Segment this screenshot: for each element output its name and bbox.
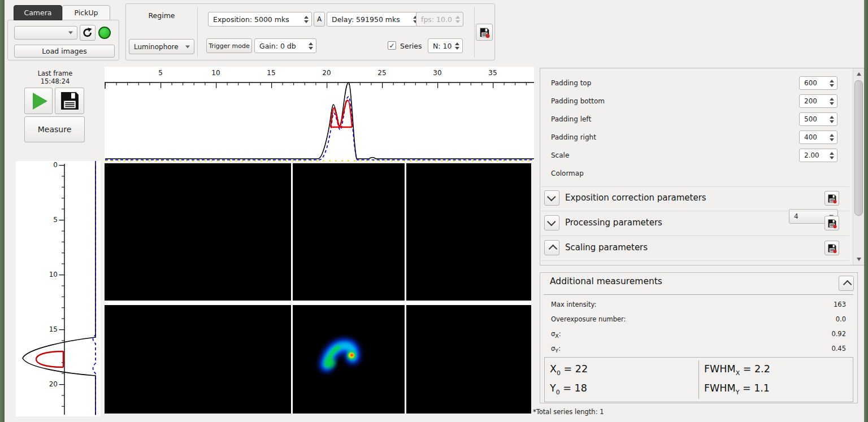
window-edge-right: [864, 0, 868, 422]
gain-spinbox[interactable]: Gain: 0 db: [254, 38, 316, 53]
padding-left-spinbox[interactable]: 500: [799, 112, 837, 126]
y-profile-curves: [16, 161, 101, 416]
sigma-colon: :: [559, 330, 561, 338]
results-divider: [698, 360, 699, 399]
spin-up-icon[interactable]: [304, 16, 309, 19]
x-tick-label: 20: [322, 69, 331, 77]
spin-down-icon[interactable]: [309, 47, 313, 50]
scrollbar-up-button[interactable]: [853, 69, 864, 79]
image-panel-r2c3: [406, 305, 531, 414]
save-icon: [827, 243, 837, 253]
save-processing-button[interactable]: [824, 216, 839, 230]
auto-exposition-button[interactable]: A: [314, 12, 325, 27]
save-exposition-correction-button[interactable]: [824, 191, 839, 206]
series-count-value: N: 10: [428, 42, 452, 50]
spin-down-icon[interactable]: [830, 102, 834, 105]
spin-up-icon[interactable]: [830, 80, 834, 82]
param-label-colormap: Colormap: [551, 169, 584, 177]
save-icon: [827, 194, 837, 203]
exposition-value: Exposition: 5000 mks: [209, 15, 289, 24]
series-label: Series: [400, 42, 422, 50]
max-intensity-label: Max intensity:: [551, 301, 596, 308]
fwhm-x-result: FWHMX = 2.2: [704, 363, 770, 375]
play-button[interactable]: [24, 88, 53, 114]
tab-pickup[interactable]: PickUp: [62, 5, 110, 20]
tab-camera-label: Camera: [24, 8, 51, 17]
sigma-y-value: 0.45: [831, 345, 846, 353]
x0-result: X0 = 22: [550, 363, 588, 375]
save-icon: [59, 90, 80, 111]
expand-exposition-correction-button[interactable]: [544, 190, 559, 206]
series-checkbox[interactable]: ✓: [388, 41, 396, 50]
tab-camera[interactable]: Camera: [14, 5, 62, 20]
title-separator: [544, 294, 853, 295]
spin-up-icon[interactable]: [309, 42, 313, 45]
collapse-scaling-button[interactable]: [544, 240, 559, 255]
padding-bottom-value: 200: [800, 97, 817, 105]
fps-spinbox: fps: 10.0: [416, 12, 463, 27]
fwhm-y-value: = 1.1: [739, 382, 770, 394]
chevron-down-icon: [185, 45, 190, 48]
spin-down-icon[interactable]: [830, 120, 834, 123]
section-separator: [541, 186, 849, 187]
overexposure-value: 0.0: [836, 315, 846, 323]
x-tick-label: 30: [433, 69, 441, 77]
spin-down-icon[interactable]: [304, 20, 309, 23]
scrollbar-thumb[interactable]: [854, 80, 863, 216]
save-scaling-button[interactable]: [824, 241, 839, 255]
fwhm-x-value: = 2.2: [740, 363, 770, 375]
play-icon: [33, 93, 47, 110]
padding-bottom-spinbox[interactable]: 200: [799, 94, 837, 108]
trigger-mode-button[interactable]: Trigger mode: [206, 38, 252, 53]
toolbar-separator-1: [197, 7, 198, 58]
expand-processing-button[interactable]: [544, 215, 559, 230]
chevron-up-icon: [549, 245, 558, 254]
scrollbar-down-button[interactable]: [853, 255, 864, 264]
save-settings-button[interactable]: [476, 24, 493, 41]
regime-combo[interactable]: Luminophore: [129, 39, 194, 54]
param-label-padding-left: Padding left: [551, 115, 591, 123]
save-icon: [479, 27, 490, 38]
scrollbar[interactable]: [853, 68, 864, 265]
last-frame-time: 15:48:24: [11, 77, 99, 85]
exposition-spinbox[interactable]: Exposition: 5000 mks: [208, 12, 312, 27]
padding-top-spinbox[interactable]: 600: [799, 76, 837, 90]
scale-spinbox[interactable]: 2.00: [799, 149, 837, 162]
section-separator: [541, 260, 849, 261]
param-label-scale: Scale: [551, 151, 569, 159]
spin-down-icon[interactable]: [455, 47, 459, 50]
spin-up-icon[interactable]: [830, 134, 834, 137]
camera-select-combo[interactable]: [14, 26, 77, 40]
application-window: Camera PickUp Load images Regime Luminop…: [0, 0, 868, 422]
collapse-additional-measurements-button[interactable]: [839, 276, 854, 291]
measure-button[interactable]: Measure: [24, 116, 85, 142]
section-separator: [541, 236, 849, 236]
section-title-scaling: Scaling parameters: [565, 242, 648, 253]
regime-value: Luminophore: [129, 43, 179, 51]
save-frame-button[interactable]: [55, 88, 84, 114]
x-profile-plot: 5 10 15 20 25 30 35: [105, 67, 534, 162]
additional-measurements-title: Additional measurements: [550, 276, 662, 286]
spin-up-icon[interactable]: [830, 98, 834, 101]
image-panel-r2c1: [105, 305, 291, 414]
image-panel-r1c1: [105, 163, 291, 301]
spin-down-icon[interactable]: [830, 84, 834, 87]
spin-up-icon[interactable]: [830, 152, 834, 155]
spin-up-icon[interactable]: [830, 116, 834, 119]
tab-pickup-label: PickUp: [75, 8, 98, 17]
auto-button-label: A: [317, 15, 322, 23]
series-count-spinbox[interactable]: N: 10: [428, 38, 463, 53]
sigma-y-label: σY:: [551, 345, 561, 353]
spin-down-icon[interactable]: [830, 138, 834, 141]
param-label-padding-right: Padding right: [551, 133, 596, 141]
delay-value: Delay: 591950 mks: [327, 15, 400, 24]
spin-up-icon[interactable]: [455, 42, 459, 45]
padding-right-spinbox[interactable]: 400: [799, 130, 837, 144]
delay-spinbox[interactable]: Delay: 591950 mks: [327, 12, 421, 27]
x-tick-label: 25: [377, 69, 386, 77]
refresh-button[interactable]: [80, 25, 96, 41]
spin-down-icon[interactable]: [830, 156, 834, 159]
spin-up-icon: [455, 16, 460, 19]
gain-value: Gain: 0 db: [255, 42, 296, 50]
load-images-button[interactable]: Load images: [14, 45, 115, 58]
